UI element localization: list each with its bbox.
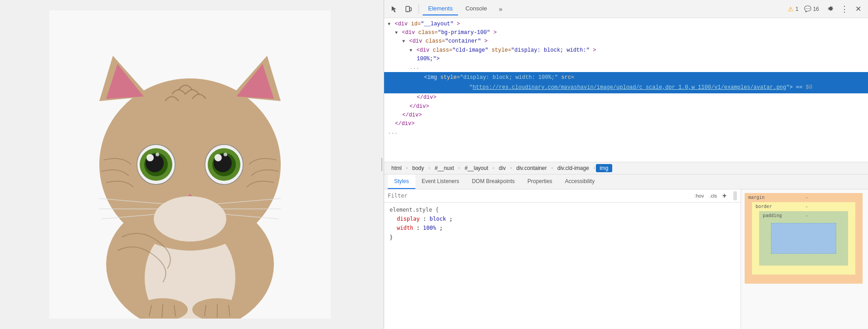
breadcrumb-sep: ›: [458, 165, 461, 170]
scroll-indicator: [733, 191, 737, 200]
styles-left: :hov .cls + element.style { display : bl…: [384, 189, 741, 329]
element-style-block: element.style { display : block ; width …: [384, 203, 741, 245]
tree-line[interactable]: </div>: [384, 120, 868, 128]
message-badge: 💬 16: [804, 5, 819, 12]
styles-tab[interactable]: Styles: [388, 174, 415, 189]
warning-count: 1: [795, 6, 799, 12]
svg-point-29: [154, 196, 226, 242]
breadcrumb-sep: ›: [492, 165, 495, 170]
warning-badge: ⚠ 1: [788, 5, 799, 13]
breadcrumb-sep: ›: [593, 165, 596, 170]
box-model-panel: margin - border - padding -: [741, 189, 868, 329]
bottom-tabs: Styles Event Listeners DOM Breakpoints P…: [384, 174, 868, 189]
svg-point-20: [224, 153, 227, 156]
add-style-button[interactable]: +: [721, 191, 728, 200]
padding-value: -: [805, 213, 808, 218]
event-listeners-tab[interactable]: Event Listeners: [415, 174, 466, 189]
breadcrumb-bar: html › body › #__nuxt › #__layout › div …: [384, 162, 868, 174]
html-tree[interactable]: <div id="__layout" > <div class="bg-prim…: [384, 18, 868, 162]
filter-actions: :hov .cls +: [693, 191, 728, 200]
cls-filter-button[interactable]: .cls: [708, 193, 718, 199]
svg-point-13: [156, 153, 159, 156]
accessibility-tab[interactable]: Accessibility: [559, 174, 601, 189]
warning-icon: ⚠: [788, 5, 794, 13]
styles-panel: :hov .cls + element.style { display : bl…: [384, 189, 868, 329]
settings-button[interactable]: [824, 3, 837, 15]
svg-point-12: [146, 154, 154, 161]
devtools-panel: Elements Console » ⚠ 1 💬 16 ⋮ ✕ <div: [384, 0, 868, 329]
triangle-icon[interactable]: [402, 38, 405, 45]
breadcrumb-div[interactable]: div: [495, 164, 509, 172]
toolbar-separator-1: [419, 5, 419, 14]
triangle-icon[interactable]: [388, 21, 390, 28]
hov-filter-button[interactable]: :hov: [693, 193, 705, 199]
left-panel: [0, 0, 380, 329]
tree-line-dots[interactable]: ...: [384, 128, 868, 137]
breadcrumb-div-cld-image[interactable]: div.cld-image: [554, 164, 593, 172]
breadcrumb-sep: ›: [405, 165, 409, 170]
content-box: [771, 223, 836, 254]
img-tree-line[interactable]: <img style="display: block; width: 100%;…: [384, 72, 868, 93]
ellipsis-dots: ...: [410, 64, 419, 71]
border-value: -: [805, 204, 808, 209]
svg-point-40: [407, 10, 408, 11]
inspect-element-button[interactable]: [388, 3, 400, 15]
resize-handle[interactable]: [380, 0, 384, 329]
message-icon: 💬: [804, 5, 811, 12]
triangle-icon[interactable]: [410, 47, 412, 54]
tree-line[interactable]: </div>: [384, 111, 868, 120]
tree-line[interactable]: </div>: [384, 93, 868, 102]
ellipsis-line[interactable]: ...: [384, 63, 868, 72]
border-label: border: [756, 204, 772, 209]
breadcrumb-sep: ›: [509, 165, 512, 170]
tree-line[interactable]: <div class="container" >: [384, 37, 868, 46]
elements-tab[interactable]: Elements: [423, 2, 458, 15]
styles-filter-input[interactable]: [388, 193, 689, 199]
devtools-toolbar: Elements Console » ⚠ 1 💬 16 ⋮ ✕: [384, 0, 868, 18]
tree-line[interactable]: </div>: [384, 102, 868, 111]
svg-point-19: [215, 154, 222, 161]
box-model-diagram: margin - border - padding -: [745, 193, 863, 284]
breadcrumb-img[interactable]: img: [596, 164, 612, 172]
cat-image: [49, 10, 331, 319]
device-toolbar-button[interactable]: [402, 3, 415, 15]
padding-label: padding: [763, 213, 782, 218]
breadcrumb-nuxt[interactable]: #__nuxt: [431, 164, 458, 172]
more-tabs-button[interactable]: »: [494, 3, 507, 15]
breadcrumb-div-container[interactable]: div.container: [513, 164, 551, 172]
svg-rect-39: [410, 8, 411, 11]
tree-line[interactable]: <div class="cld-image" style="display: b…: [384, 46, 868, 55]
more-options-button[interactable]: ⋮: [839, 4, 850, 15]
breadcrumb-html[interactable]: html: [388, 164, 405, 172]
margin-value-top: -: [805, 195, 808, 200]
img-src-link[interactable]: https://res.cloudinary.com/mayashavin/im…: [473, 84, 786, 91]
breadcrumb-sep: ›: [428, 165, 431, 170]
message-count: 16: [813, 6, 819, 12]
dom-breakpoints-tab[interactable]: DOM Breakpoints: [465, 174, 521, 189]
elements-panel: <div id="__layout" > <div class="bg-prim…: [384, 18, 868, 329]
tree-line[interactable]: <div class="bg-primary-100" >: [384, 29, 868, 37]
breadcrumb-layout[interactable]: #__layout: [461, 164, 492, 172]
console-tab[interactable]: Console: [460, 2, 493, 15]
close-devtools-button[interactable]: ✕: [852, 3, 864, 15]
properties-tab[interactable]: Properties: [521, 174, 559, 189]
styles-filter-bar: :hov .cls +: [384, 189, 741, 203]
triangle-icon[interactable]: [395, 29, 398, 37]
margin-label: margin: [748, 195, 765, 200]
breadcrumb-body[interactable]: body: [409, 164, 428, 172]
tree-line[interactable]: <div id="__layout" >: [384, 20, 868, 29]
tree-line[interactable]: 100%;">: [384, 55, 868, 63]
breadcrumb-sep: ›: [551, 165, 554, 170]
